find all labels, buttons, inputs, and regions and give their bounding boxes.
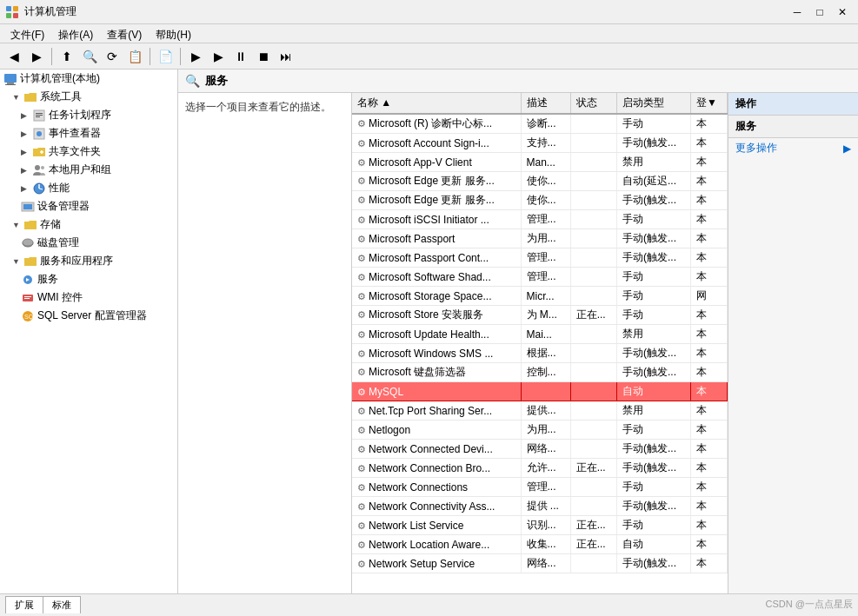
service-gear-icon: ⚙ [357,406,369,416]
close-button[interactable]: ✕ [832,3,853,21]
table-row[interactable]: ⚙ Microsoft Storage Space...Micr...手动网 [352,287,728,306]
properties-button[interactable]: 📋 [124,46,145,67]
tree-services-apps[interactable]: ▼ 服务和应用程序 [0,252,177,270]
table-row[interactable]: ⚙ MySQL自动本 [352,382,728,401]
service-status-cell [570,287,616,306]
expand-icon-sa: ▼ [12,257,21,266]
menu-item-操作(A)[interactable]: 操作(A) [51,26,100,41]
col-name[interactable]: 名称 ▲ [352,93,521,114]
service-startup-cell: 手动(触发... [616,248,690,268]
pause-button[interactable]: ⏸ [230,46,251,67]
tree-shared-folders[interactable]: ▶ 共享文件夹 [0,142,177,161]
tree-root[interactable]: 计算机管理(本地) [0,70,177,88]
tree-device-manager[interactable]: 设备管理器 [0,197,177,215]
status-tab-标准[interactable]: 标准 [43,596,81,613]
services-table: 名称 ▲ 描述 状态 启动类型 登▼ ⚙ Microsoft (R) 诊断中心标… [352,93,728,573]
service-logon-cell: 本 [691,554,728,573]
show-button[interactable]: 🔍 [79,46,100,67]
service-logon-cell: 网 [691,287,728,306]
services-table-area[interactable]: 名称 ▲ 描述 状态 启动类型 登▼ ⚙ Microsoft (R) 诊断中心标… [352,93,728,593]
export-button[interactable]: 📄 [155,46,176,67]
restart-button[interactable]: ⏭ [276,46,296,67]
maximize-button[interactable]: □ [809,3,830,21]
col-status[interactable]: 状态 [570,93,616,114]
service-logon-cell: 本 [691,325,728,344]
tree-services[interactable]: 服务 [0,270,177,288]
menu-item-帮助(H)[interactable]: 帮助(H) [149,26,198,41]
service-desc-cell: 收集... [521,535,570,554]
table-row[interactable]: ⚙ Microsoft iSCSI Initiator ...管理...手动本 [352,210,728,229]
tree-event-viewer[interactable]: ▶ 事件查看器 [0,124,177,142]
table-row[interactable]: ⚙ Network Location Aware...收集...正在...自动本 [352,535,728,554]
service-startup-cell: 手动(触发... [616,134,690,153]
service-status-cell: 正在... [570,306,616,325]
actions-panel: 操作 服务 更多操作 ▶ [728,93,858,593]
table-row[interactable]: ⚙ Microsoft Edge 更新 服务...使你...手动(触发...本 [352,191,728,210]
table-row[interactable]: ⚙ Microsoft (R) 诊断中心标...诊断...手动本 [352,114,728,134]
start-button[interactable]: ▶ [185,46,206,67]
toolbar-sep-2 [150,48,150,65]
table-row[interactable]: ⚙ Network List Service识别...正在...手动本 [352,516,728,535]
status-tab-扩展[interactable]: 扩展 [5,596,43,613]
tree-storage[interactable]: ▼ 存储 [0,215,177,234]
table-row[interactable]: ⚙ Network Connections管理...手动本 [352,478,728,497]
more-actions-item[interactable]: 更多操作 ▶ [728,138,858,158]
table-row[interactable]: ⚙ Microsoft Passport为用...手动(触发...本 [352,229,728,248]
tree-performance[interactable]: ▶ 性能 [0,179,177,197]
service-name-cell: ⚙ Network Location Aware... [352,535,521,554]
tree-local-users[interactable]: ▶ 本地用户和组 [0,161,177,179]
table-row[interactable]: ⚙ Network Connection Bro...允许...正在...手动(… [352,459,728,478]
service-gear-icon: ⚙ [357,118,369,129]
up-button[interactable]: ⬆ [57,46,77,67]
disk-icon [21,236,35,250]
tree-task-scheduler[interactable]: ▶ 任务计划程序 [0,106,177,124]
table-row[interactable]: ⚙ Microsoft 键盘筛选器控制...手动(触发...本 [352,363,728,382]
col-desc[interactable]: 描述 [521,93,570,114]
table-row[interactable]: ⚙ Network Connected Devi...网络...手动(触发...… [352,440,728,459]
service-name-cell: ⚙ Microsoft Windows SMS ... [352,344,521,363]
tree-system-tools[interactable]: ▼ 系统工具 [0,88,177,106]
table-row[interactable]: ⚙ Net.Tcp Port Sharing Ser...提供...禁用本 [352,401,728,421]
actions-title: 操作 [735,97,756,109]
service-name-cell: ⚙ Network Connection Bro... [352,459,521,478]
menu-item-查看(V)[interactable]: 查看(V) [100,26,149,41]
service-logon-cell: 本 [691,382,728,401]
tree-wmi[interactable]: WMI 控件 [0,288,177,307]
table-row[interactable]: ⚙ Network Connectivity Ass...提供 ...手动(触发… [352,497,728,516]
back-button[interactable]: ◀ [3,46,24,67]
service-status-cell [570,114,616,134]
tree-sql-config[interactable]: SQL SQL Server 配置管理器 [0,307,177,325]
table-row[interactable]: ⚙ Microsoft Software Shad...管理...手动本 [352,268,728,287]
table-row[interactable]: ⚙ Microsoft Edge 更新 服务...使你...自动(延迟...本 [352,172,728,191]
tree-disk-management[interactable]: 磁盘管理 [0,234,177,252]
refresh-button[interactable]: ⟳ [102,46,123,67]
table-row[interactable]: ⚙ Network Setup Service网络...手动(触发...本 [352,554,728,573]
search-icon: 🔍 [185,74,200,88]
menu-item-文件(F)[interactable]: 文件(F) [3,26,51,41]
wmi-icon [21,291,35,305]
service-startup-cell: 手动 [616,210,690,229]
forward-button[interactable]: ▶ [26,46,47,67]
table-row[interactable]: ⚙ Microsoft App-V ClientMan...禁用本 [352,153,728,172]
local-users-label: 本地用户和组 [49,162,111,177]
sql-config-label: SQL Server 配置管理器 [37,308,147,323]
table-row[interactable]: ⚙ Microsoft Account Sign-i...支持...手动(触发.… [352,134,728,153]
service-logon-cell: 本 [691,191,728,210]
service-status-cell [570,421,616,440]
table-row[interactable]: ⚙ Netlogon为用...手动本 [352,421,728,440]
resume-button[interactable]: ⏹ [253,46,274,67]
table-row[interactable]: ⚙ Microsoft Passport Cont...管理...手动(触发..… [352,248,728,268]
service-status-cell [570,382,616,401]
service-desc-cell: 使你... [521,172,570,191]
stop-button[interactable]: ▶ [208,46,229,67]
table-row[interactable]: ⚙ Microsoft Store 安装服务为 M...正在...手动本 [352,306,728,325]
service-status-cell [570,554,616,573]
col-logon[interactable]: 登▼ [691,93,728,114]
col-startup[interactable]: 启动类型 [616,93,690,114]
table-row[interactable]: ⚙ Microsoft Update Health...Mai...禁用本 [352,325,728,344]
table-row[interactable]: ⚙ Microsoft Windows SMS ...根据...手动(触发...… [352,344,728,363]
actions-subheader: 服务 [728,116,858,138]
minimize-button[interactable]: ─ [787,3,808,21]
service-status-cell [570,363,616,382]
status-tabs: 扩展标准 [5,596,80,613]
